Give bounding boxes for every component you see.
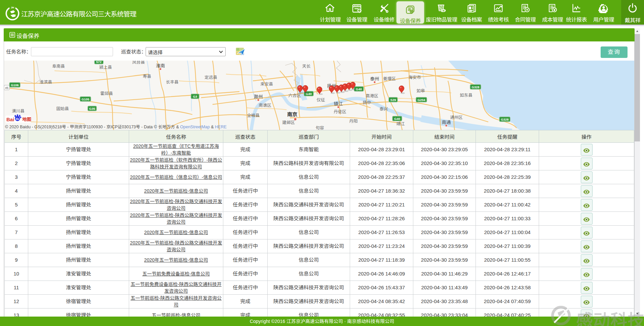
svg-text:海安市: 海安市 [408, 75, 421, 80]
svg-text:G3: G3 [193, 95, 197, 98]
svg-text:572: 572 [96, 61, 102, 64]
svg-text:通州区: 通州区 [450, 115, 463, 120]
svg-text:长丰县: 长丰县 [166, 80, 179, 85]
svg-text:颍上县: 颍上县 [99, 65, 112, 70]
svg-text:凤台县: 凤台县 [132, 61, 145, 65]
svg-text:来安县: 来安县 [260, 82, 273, 87]
svg-text:滁州: 滁州 [254, 94, 263, 99]
svg-text:全椒县: 全椒县 [247, 113, 260, 118]
svg-text:G105: G105 [81, 97, 89, 101]
svg-text:天长: 天长 [302, 64, 311, 69]
svg-text:Bai: Bai [6, 117, 14, 122]
svg-text:泰州: 泰州 [370, 76, 379, 82]
svg-text:六合区: 六合区 [288, 93, 301, 98]
svg-text:潢川县: 潢川县 [12, 109, 25, 113]
svg-text:G40: G40 [356, 87, 362, 91]
svg-text:45: 45 [5, 86, 8, 90]
svg-text:霍邱县: 霍邱县 [100, 91, 113, 96]
svg-text:南通: 南通 [442, 120, 451, 125]
svg-text:丹徒区: 丹徒区 [334, 109, 346, 114]
svg-text:阜南县: 阜南县 [52, 64, 65, 69]
svg-text:du: du [16, 117, 19, 121]
svg-text:G328: G328 [471, 85, 479, 89]
svg-text:G35: G35 [89, 107, 96, 110]
svg-text:建邺区: 建邺区 [282, 120, 295, 125]
svg-text:丹阳: 丹阳 [349, 119, 357, 124]
svg-text:如东县: 如东县 [460, 93, 472, 98]
svg-text:G106: G106 [11, 83, 18, 87]
svg-text:泰兴: 泰兴 [379, 107, 388, 111]
svg-text:S29: S29 [390, 98, 396, 102]
svg-text:淮南: 淮南 [156, 63, 165, 68]
svg-text:句容: 句容 [315, 126, 324, 130]
svg-text:JH: JH [11, 6, 14, 9]
svg-text:G328: G328 [501, 118, 508, 121]
svg-text:G40: G40 [394, 117, 400, 121]
svg-text:靖江: 靖江 [396, 122, 405, 126]
svg-text:姜堰区: 姜堰区 [383, 76, 396, 81]
svg-text:© 2020 Baidu - GS(2019)5218号 -: © 2020 Baidu - GS(2019)5218号 - 甲测资字11009… [5, 125, 227, 129]
svg-text:扬中: 扬中 [363, 100, 371, 105]
svg-text:如皋: 如皋 [416, 89, 425, 93]
svg-text:定远县: 定远县 [204, 75, 217, 80]
svg-text:G204: G204 [417, 98, 425, 102]
svg-text:淮滨县: 淮滨县 [39, 80, 52, 85]
svg-text:寿县: 寿县 [143, 74, 151, 79]
svg-text:地图: 地图 [22, 117, 31, 122]
svg-text:仪征: 仪征 [316, 98, 325, 102]
svg-text:南京: 南京 [287, 111, 297, 117]
svg-text:镇江: 镇江 [334, 101, 343, 106]
svg-text:固始县: 固始县 [56, 106, 69, 111]
svg-text:南谯区: 南谯区 [259, 103, 271, 108]
svg-text:高港区: 高港区 [366, 94, 378, 98]
